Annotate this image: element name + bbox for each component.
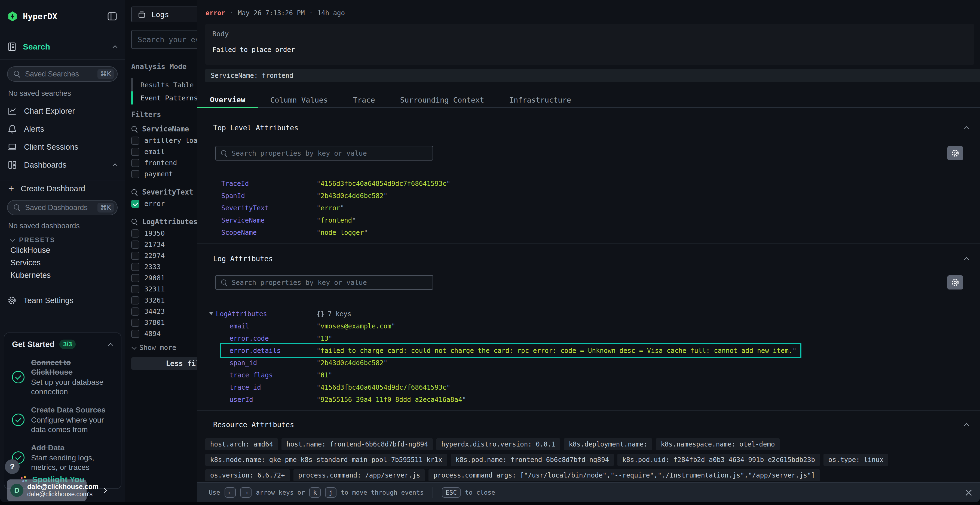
chevron-up-icon[interactable] bbox=[112, 44, 118, 49]
facet-option[interactable]: 34423 bbox=[131, 306, 197, 317]
checkbox[interactable] bbox=[131, 159, 139, 167]
service-name-tag[interactable]: ServiceName: frontend bbox=[205, 69, 980, 82]
saved-dashboards-input[interactable]: Saved Dashboards ⌘K bbox=[7, 200, 118, 215]
attribute-key[interactable]: userId bbox=[229, 396, 317, 403]
less-filters-button[interactable]: Less fil bbox=[131, 357, 197, 370]
checkbox[interactable] bbox=[131, 285, 139, 293]
resource-attribute-chip[interactable]: k8s.namespace.name: otel-demo bbox=[656, 438, 780, 450]
search-icon[interactable] bbox=[131, 189, 138, 195]
section-settings-button[interactable] bbox=[947, 275, 963, 289]
attribute-row[interactable]: userId "92a55156-39a4-11f0-8ddd-a2eca416… bbox=[208, 394, 974, 406]
sidebar-item-client-sessions[interactable]: Client Sessions bbox=[7, 138, 118, 156]
attribute-key[interactable]: trace_flags bbox=[229, 372, 317, 379]
sidebar-item-chart-explorer[interactable]: Chart Explorer bbox=[7, 102, 118, 120]
sidebar-item-team-settings[interactable]: Team Settings bbox=[7, 293, 118, 308]
checkbox[interactable] bbox=[131, 319, 139, 327]
resource-attribute-chip[interactable]: k8s.node.name: gke-pme-k8s-standard-main… bbox=[205, 454, 447, 466]
checkbox[interactable] bbox=[131, 229, 139, 238]
checkbox[interactable] bbox=[131, 148, 139, 156]
facet-option[interactable]: frontend bbox=[131, 157, 197, 168]
checkbox[interactable] bbox=[131, 241, 139, 249]
attribute-row[interactable]: span_id "2b43d0c4dd6bc582" bbox=[208, 357, 974, 369]
attribute-key[interactable]: error.details bbox=[229, 347, 317, 354]
attribute-value[interactable]: "4156d3fbc40a64854d9dc7f68641593c" bbox=[317, 384, 974, 391]
property-search-input[interactable]: Search properties by key or value bbox=[215, 146, 433, 160]
saved-searches-input[interactable]: Saved Searches ⌘K bbox=[7, 67, 118, 82]
resource-attribute-chip[interactable]: k8s.deployment.name: bbox=[564, 438, 652, 450]
resource-attribute-chip[interactable]: host.arch: amd64 bbox=[205, 438, 278, 450]
sidebar-item-alerts[interactable]: Alerts bbox=[7, 120, 118, 138]
attribute-row[interactable]: TraceId "4156d3fbc40a64854d9dc7f68641593… bbox=[208, 178, 974, 190]
collapse-section-icon[interactable] bbox=[964, 422, 969, 427]
facet-option[interactable]: email bbox=[131, 146, 197, 157]
sidebar-item-dashboards[interactable]: Dashboards bbox=[7, 156, 118, 174]
tab[interactable]: Infrastructure bbox=[497, 92, 584, 108]
caret-down-icon[interactable] bbox=[209, 312, 213, 315]
get-started-item[interactable]: Connect to ClickHouse Set up your databa… bbox=[12, 358, 113, 397]
source-select[interactable]: Logs bbox=[131, 6, 197, 22]
checkbox[interactable] bbox=[131, 330, 139, 338]
presets-toggle[interactable]: PRESETS bbox=[10, 236, 118, 244]
attribute-key[interactable]: span_id bbox=[229, 359, 317, 367]
user-menu[interactable]: D dale@clickhouse.com dale@clickhouse.co… bbox=[7, 480, 87, 501]
checkbox[interactable] bbox=[131, 296, 139, 305]
attribute-value[interactable]: "frontend" bbox=[317, 217, 974, 224]
collapse-sidebar-icon[interactable] bbox=[107, 11, 118, 22]
search-icon[interactable] bbox=[131, 126, 138, 132]
attribute-row[interactable]: email "vmoses@example.com" bbox=[208, 320, 974, 332]
attribute-key[interactable]: ScopeName bbox=[221, 229, 317, 237]
facet-option[interactable]: 37801 bbox=[131, 317, 197, 328]
facet-option[interactable]: 22974 bbox=[131, 250, 197, 261]
attribute-key[interactable]: TraceId bbox=[221, 180, 317, 187]
resource-attribute-chip[interactable]: k8s.pod.name: frontend-6b6c8d7bfd-ng894 bbox=[451, 454, 614, 466]
attribute-group-row[interactable]: LogAttributes {}7 keys bbox=[208, 308, 974, 320]
checkbox[interactable] bbox=[131, 263, 139, 271]
attribute-value[interactable]: "error" bbox=[317, 204, 974, 212]
get-started-item[interactable]: Add Data Start sending logs, metrics, or… bbox=[12, 443, 113, 472]
facet-option[interactable]: 32311 bbox=[131, 284, 197, 295]
attribute-value[interactable]: "92a55156-39a4-11f0-8ddd-a2eca416a8a4" bbox=[317, 396, 974, 403]
collapse-section-icon[interactable] bbox=[964, 125, 969, 130]
facet-option[interactable]: payment bbox=[131, 168, 197, 179]
section-settings-button[interactable] bbox=[947, 146, 963, 160]
attribute-row[interactable]: SeverityText "error" bbox=[208, 202, 974, 214]
attribute-row[interactable]: ServiceName "frontend" bbox=[208, 214, 974, 226]
facet-option[interactable]: artillery-loa bbox=[131, 135, 197, 146]
attribute-key[interactable]: error.code bbox=[229, 335, 317, 342]
analysis-mode-option[interactable]: Results Table bbox=[131, 78, 197, 91]
attribute-value[interactable]: "node-logger" bbox=[317, 229, 974, 237]
facet-option[interactable]: 2333 bbox=[131, 261, 197, 272]
preset-dashboard-link[interactable]: ClickHouse bbox=[7, 244, 118, 256]
tab[interactable]: Overview bbox=[197, 92, 258, 108]
create-dashboard-button[interactable]: + Create Dashboard bbox=[7, 181, 118, 195]
sidebar-item-search[interactable]: Search bbox=[7, 40, 118, 53]
tab[interactable]: Column Values bbox=[258, 92, 340, 108]
get-started-item[interactable]: Create Data Sources Configure where your… bbox=[12, 405, 113, 434]
checkbox[interactable] bbox=[131, 170, 139, 178]
help-button[interactable]: ? bbox=[5, 459, 20, 474]
attribute-value[interactable]: "2b43d0c4dd6bc582" bbox=[317, 192, 974, 200]
search-icon[interactable] bbox=[131, 219, 138, 225]
attribute-key[interactable]: ServiceName bbox=[221, 217, 317, 224]
resource-attribute-chip[interactable]: os.version: 6.6.72+ bbox=[205, 469, 290, 481]
checkbox[interactable] bbox=[131, 200, 139, 208]
attribute-row[interactable]: error.code "13" bbox=[208, 332, 974, 345]
close-icon[interactable] bbox=[964, 488, 973, 497]
attribute-value[interactable]: "4156d3fbc40a64854d9dc7f68641593c" bbox=[317, 180, 974, 187]
resource-attribute-chip[interactable]: host.name: frontend-6b6c8d7bfd-ng894 bbox=[282, 438, 433, 450]
checkbox[interactable] bbox=[131, 308, 139, 316]
resource-attribute-chip[interactable]: process.command: /app/server.js bbox=[293, 469, 425, 481]
attribute-value[interactable]: "vmoses@example.com" bbox=[317, 322, 974, 330]
attribute-key[interactable]: LogAttributes bbox=[216, 310, 317, 318]
show-more-button[interactable]: Show more bbox=[131, 342, 197, 353]
resource-attribute-chip[interactable]: os.type: linux bbox=[824, 454, 888, 466]
property-search-input[interactable]: Search properties by key or value bbox=[215, 275, 433, 290]
checkbox[interactable] bbox=[131, 274, 139, 282]
attribute-key[interactable]: email bbox=[229, 322, 317, 330]
attribute-row[interactable]: ScopeName "node-logger" bbox=[208, 226, 974, 239]
checkbox[interactable] bbox=[131, 137, 139, 145]
chevron-up-icon[interactable] bbox=[112, 162, 118, 168]
resource-attribute-chip[interactable]: process.command args: ["/usr/local/bin/n… bbox=[428, 469, 820, 481]
attribute-value[interactable]: "13" bbox=[317, 335, 974, 342]
resource-attribute-chip[interactable]: hyperdx.distro.version: 0.8.1 bbox=[436, 438, 560, 450]
